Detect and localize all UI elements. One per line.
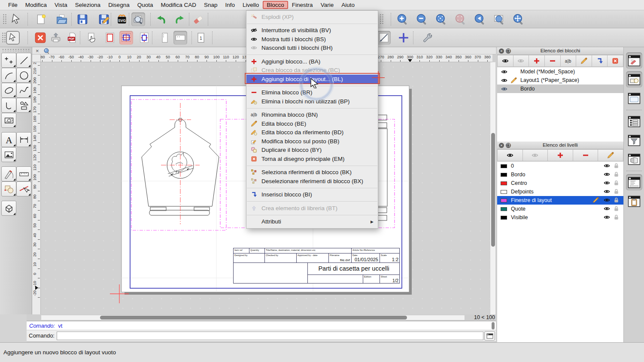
lock-icon[interactable] [613, 214, 620, 221]
ellipse-icon[interactable] [1, 83, 16, 98]
eye-open-icon[interactable] [604, 197, 611, 204]
eraser-icon[interactable] [191, 12, 205, 26]
eye-open-icon[interactable] [604, 214, 611, 221]
menubar-item-aiuto[interactable]: Aiuto [337, 1, 358, 9]
menu-item-esplodi-xp[interactable]: Esplodi (XP) [246, 12, 378, 21]
image-icon[interactable] [1, 147, 16, 162]
eye-open-icon[interactable] [604, 188, 611, 195]
layer-color-swatch[interactable] [501, 207, 507, 211]
eye-closed-icon[interactable] [523, 149, 548, 161]
panel-float-icon[interactable]: ❐ [506, 48, 511, 54]
eye-open-icon[interactable] [497, 149, 523, 161]
zoom-previous-icon[interactable] [473, 12, 487, 26]
undo-icon[interactable] [154, 12, 167, 26]
menubar-item-varie[interactable]: Varie [317, 1, 338, 9]
draft-mode-icon[interactable] [377, 31, 391, 45]
menubar-item-vista[interactable]: Vista [51, 1, 71, 9]
crosshair-icon[interactable] [397, 31, 410, 45]
menu-item-mostra-tutti-i-blocchi-bs[interactable]: Mostra tutti i blocchi (BS) [246, 35, 378, 44]
eye-open-icon[interactable] [604, 163, 611, 169]
move-page-icon[interactable] [85, 31, 99, 45]
lock-icon[interactable] [613, 163, 620, 169]
print-preview-icon[interactable] [131, 12, 145, 26]
layer-color-swatch[interactable] [501, 181, 507, 185]
layer-row-defpoints[interactable]: Defpoints [497, 187, 623, 196]
insert-block-icon[interactable] [592, 55, 608, 67]
close-block-icon[interactable] [608, 55, 623, 67]
menu-item-aggiungi-blocco-ba[interactable]: Aggiungi blocco... (BA) [246, 57, 378, 66]
menu-item-deselezionare-riferimenti-di-blocco-bx[interactable]: Deselezionare riferimenti di blocco (BX) [246, 177, 378, 186]
command-detach-button[interactable] [484, 331, 495, 341]
pencil-icon[interactable] [576, 55, 592, 67]
solid-icon[interactable] [1, 201, 16, 216]
lock-icon[interactable] [613, 188, 620, 195]
eye-closed-icon[interactable] [513, 55, 529, 67]
command-history-scrollbar[interactable] [492, 322, 495, 329]
eye-open-icon[interactable] [604, 205, 611, 212]
win-properties-icon[interactable] [626, 52, 642, 69]
lock-icon[interactable] [613, 180, 620, 187]
eye-open-icon[interactable] [501, 77, 507, 84]
layer-color-swatch[interactable] [501, 216, 507, 220]
polyline-icon[interactable] [1, 98, 16, 113]
layer-row-centro[interactable]: Centro [497, 179, 623, 187]
palette-drag-handle[interactable] [2, 48, 29, 51]
settings-icon[interactable] [421, 31, 434, 45]
block-row-bordo[interactable]: Bordo [497, 84, 623, 93]
rename-icon[interactable]: a|b [561, 55, 577, 67]
menubar-item-info[interactable]: Info [222, 1, 239, 9]
layer-color-swatch[interactable] [501, 173, 507, 177]
hatch-icon[interactable] [1, 113, 16, 128]
zoom-selection-icon[interactable] [454, 12, 468, 26]
layer-color-swatch[interactable] [501, 199, 507, 202]
layer-row-0[interactable]: 0 [497, 162, 623, 170]
win-layers-icon[interactable] [626, 113, 642, 130]
eye-open-icon[interactable] [604, 171, 611, 178]
menu-item-nascondi-tutti-i-blocchi-bh[interactable]: Nascondi tutti i blocchi (BH) [246, 44, 378, 53]
modify-selection-icon[interactable] [16, 181, 31, 196]
page-single-icon[interactable]: 1 [194, 31, 208, 45]
zoom-auto-icon[interactable] [434, 12, 448, 26]
modify-icon[interactable] [1, 181, 16, 196]
redo-icon[interactable] [173, 12, 187, 26]
eye-open-icon[interactable] [497, 55, 513, 67]
eye-open-icon[interactable] [604, 180, 611, 187]
lock-icon[interactable] [613, 171, 620, 178]
points-icon[interactable] [1, 53, 16, 68]
eye-open-icon[interactable] [501, 68, 507, 75]
layer-row-bordo[interactable]: Bordo [497, 170, 623, 179]
cad-tools-icon[interactable] [1, 166, 16, 181]
layer-row-quote[interactable]: Quote [497, 205, 623, 213]
remove-icon[interactable] [573, 149, 598, 161]
zoom-out-icon[interactable] [415, 12, 429, 26]
page-borders-icon[interactable] [103, 31, 117, 45]
new-file-icon[interactable] [34, 12, 48, 26]
portrait-icon[interactable] [158, 31, 172, 45]
menu-item-torna-al-disegno-principale-em[interactable]: Torna al disegno principale (EM) [246, 154, 378, 163]
scale-viewport-icon[interactable] [137, 31, 151, 45]
menu-item-interruttore-di-visibilit-bv[interactable]: Interruttore di visibilità (BV) [246, 26, 378, 35]
menubar-item-snap[interactable]: Snap [200, 1, 222, 9]
menubar-item-finestra[interactable]: Finestra [288, 1, 317, 9]
win-view-icon[interactable] [626, 90, 642, 106]
vertical-scrollbar[interactable] [490, 62, 495, 314]
spline-icon[interactable] [16, 83, 31, 98]
pan-icon[interactable] [512, 12, 526, 26]
panel-float-icon[interactable]: ❐ [506, 143, 511, 148]
win-references-icon[interactable] [626, 151, 642, 167]
toolbar-drag-handle[interactable] [3, 14, 7, 25]
win-blocks-icon[interactable] [626, 71, 642, 87]
horizontal-scrollbar-handle[interactable] [100, 316, 407, 320]
measure-icon[interactable] [16, 166, 31, 181]
horizontal-scrollbar[interactable] [41, 315, 465, 320]
layer-row-finestre-di-layout[interactable]: Finestre di layout [497, 196, 623, 205]
save-icon[interactable] [76, 12, 89, 26]
pdf-export-icon[interactable]: PDF [65, 31, 79, 45]
eye-open-icon[interactable] [501, 85, 507, 92]
lock-icon[interactable] [613, 205, 620, 212]
toolbar-drag-handle[interactable] [2, 32, 6, 43]
menubar-item-livello[interactable]: Livello [239, 1, 263, 9]
remove-icon[interactable] [545, 55, 561, 67]
menu-item-rinomina-blocco-bn[interactable]: a|bRinomina blocco (BN) [246, 111, 378, 120]
close-drawing-icon[interactable] [33, 31, 47, 45]
